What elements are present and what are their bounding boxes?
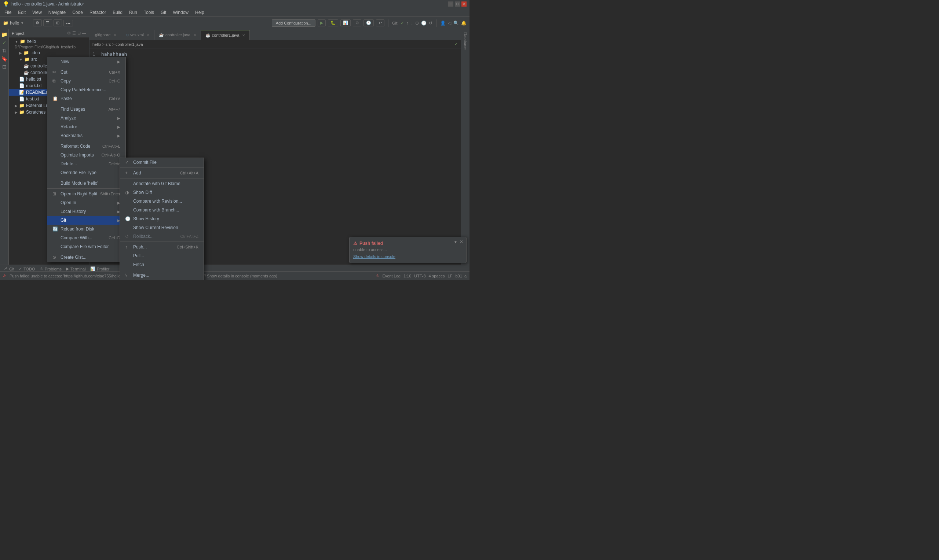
ctx-find-usages[interactable]: Find Usages Alt+F7 bbox=[47, 105, 125, 114]
ctx-paste[interactable]: 📋 Paste Ctrl+V bbox=[47, 94, 125, 103]
layout-button[interactable]: ⊞ bbox=[54, 19, 62, 26]
add-configuration-button[interactable]: Add Configuration... bbox=[272, 19, 315, 27]
indent-indicator[interactable]: 4 spaces bbox=[429, 274, 445, 278]
git-compare-branch[interactable]: Compare with Branch... bbox=[120, 206, 204, 214]
git-pull-icon[interactable]: ↓ bbox=[411, 20, 413, 26]
git-compare-revision[interactable]: Compare with Revision... bbox=[120, 197, 204, 206]
tab-vcs-close[interactable]: ✕ bbox=[147, 33, 150, 37]
tree-item-hello-root[interactable]: ▼ 📁 hello bbox=[9, 38, 89, 45]
user-icon[interactable]: 👤 bbox=[440, 20, 446, 26]
git-pull[interactable]: Pull... bbox=[120, 251, 204, 260]
tab-gitignore[interactable]: .gitignore ✕ bbox=[89, 30, 121, 40]
search-icon[interactable]: 🔍 bbox=[453, 20, 459, 26]
ctx-refactor[interactable]: Refactor ▶ bbox=[47, 122, 125, 131]
menu-build[interactable]: Build bbox=[109, 9, 125, 16]
encoding-indicator[interactable]: UTF-8 bbox=[414, 274, 426, 278]
menu-git[interactable]: Git bbox=[158, 9, 169, 16]
ctx-local-history[interactable]: Local History ▶ bbox=[47, 207, 125, 216]
git-annotate[interactable]: Annotate with Git Blame bbox=[120, 179, 204, 188]
notification-icon[interactable]: 🔔 bbox=[461, 20, 467, 26]
coverage-button[interactable]: 📊 bbox=[341, 19, 351, 26]
history-button[interactable]: 🕐 bbox=[364, 19, 374, 26]
ctx-compare-editor[interactable]: Compare File with Editor bbox=[47, 242, 125, 251]
menu-navigate[interactable]: Navigate bbox=[45, 9, 69, 16]
menu-refactor[interactable]: Refactor bbox=[86, 9, 109, 16]
ctx-bookmarks[interactable]: Bookmarks ▶ bbox=[47, 131, 125, 140]
ctx-compare-with[interactable]: Compare With... Ctrl+D bbox=[47, 234, 125, 242]
menu-code[interactable]: Code bbox=[69, 9, 86, 16]
tab-controller-close[interactable]: ✕ bbox=[193, 33, 196, 37]
git-show-current-revision[interactable]: Show Current Revision bbox=[120, 223, 204, 232]
maximize-button[interactable]: □ bbox=[455, 2, 460, 6]
tab-gitignore-close[interactable]: ✕ bbox=[113, 33, 116, 37]
bottom-tab-problems[interactable]: ⚠ Problems bbox=[40, 266, 62, 271]
settings-button[interactable]: ⚙ bbox=[33, 19, 42, 26]
menu-run[interactable]: Run bbox=[126, 9, 140, 16]
tab-controller1-close[interactable]: ✕ bbox=[242, 33, 245, 37]
ctx-optimize[interactable]: Optimize Imports Ctrl+Alt+O bbox=[47, 151, 125, 159]
undo-button[interactable]: ↩ bbox=[376, 19, 384, 26]
git-commit-file[interactable]: ✓ Commit File bbox=[120, 158, 204, 167]
menu-view[interactable]: View bbox=[29, 9, 45, 16]
git-add[interactable]: + Add Ctrl+Alt+A bbox=[120, 169, 204, 177]
git-fetch[interactable]: Fetch bbox=[120, 260, 204, 269]
panel-gear-icon[interactable]: ⚙ bbox=[67, 31, 71, 35]
panel-collapse-icon[interactable]: — bbox=[82, 31, 86, 35]
ctx-open-in[interactable]: Open In ▶ bbox=[47, 198, 125, 207]
project-view-icon[interactable]: 📁 bbox=[1, 31, 8, 38]
git-rollback[interactable]: ↺ Rollback... Ctrl+Alt+Z bbox=[120, 232, 204, 241]
git-show-history[interactable]: 🕐 Show History bbox=[120, 214, 204, 223]
menu-window[interactable]: Window bbox=[170, 9, 191, 16]
ctx-git[interactable]: Git ▶ bbox=[47, 216, 125, 225]
panel-layout-icon[interactable]: ☰ bbox=[72, 31, 76, 35]
line-ending-indicator[interactable]: LF bbox=[448, 274, 453, 278]
bottom-tab-profiler[interactable]: 📊 Profiler bbox=[90, 266, 109, 271]
profile-button[interactable]: ⊕ bbox=[353, 19, 361, 26]
ctx-override-type[interactable]: Override File Type bbox=[47, 168, 125, 177]
ctx-build-module[interactable]: Build Module 'hello' bbox=[47, 179, 125, 188]
back-icon[interactable]: ◁ bbox=[448, 20, 451, 26]
close-button[interactable]: ✕ bbox=[461, 2, 467, 6]
structure-button[interactable]: ☰ bbox=[43, 19, 52, 26]
menu-help[interactable]: Help bbox=[192, 9, 207, 16]
ctx-reload-from-disk[interactable]: 🔄 Reload from Disk bbox=[47, 225, 125, 234]
bookmarks-icon[interactable]: 🔖 bbox=[1, 55, 8, 62]
pull-requests-icon[interactable]: ⇅ bbox=[1, 47, 8, 54]
git-push-icon[interactable]: ↑ bbox=[406, 20, 409, 26]
menu-tools[interactable]: Tools bbox=[141, 9, 157, 16]
ctx-create-gist[interactable]: ⊙ Create Gist... bbox=[47, 253, 125, 262]
notification-expand-icon[interactable]: ▼ bbox=[454, 239, 457, 245]
tab-vcs-xml[interactable]: ⊙ vcs.xml ✕ bbox=[121, 30, 154, 40]
commit-icon[interactable]: ✓ bbox=[1, 39, 8, 46]
bottom-tab-todo[interactable]: ✓ TODO bbox=[19, 266, 35, 271]
notification-link[interactable]: Show details in console bbox=[353, 254, 395, 259]
title-bar-controls[interactable]: ─ □ ✕ bbox=[448, 2, 467, 6]
bottom-tab-terminal[interactable]: ▶ Terminal bbox=[66, 266, 86, 271]
tab-controller[interactable]: ☕ controller.java ✕ bbox=[154, 30, 201, 40]
ctx-new[interactable]: New ▶ bbox=[47, 57, 125, 66]
config-dots-button[interactable]: ••• bbox=[63, 20, 73, 26]
git-rollback-icon[interactable]: ↺ bbox=[429, 20, 432, 26]
git-history-icon[interactable]: 🕐 bbox=[421, 20, 427, 26]
ctx-delete[interactable]: Delete... Delete bbox=[47, 159, 125, 168]
panel-filter-icon[interactable]: ⊟ bbox=[77, 31, 81, 35]
run-button[interactable]: ▶ bbox=[318, 19, 326, 26]
git-push[interactable]: ↑ Push... Ctrl+Shift+K bbox=[120, 243, 204, 251]
menu-edit[interactable]: Edit bbox=[15, 9, 29, 16]
database-panel-label[interactable]: Database bbox=[462, 29, 469, 52]
debug-button[interactable]: 🐛 bbox=[328, 19, 338, 26]
ctx-cut[interactable]: ✂ Cut Ctrl+X bbox=[47, 68, 125, 77]
project-dropdown-icon[interactable]: ▼ bbox=[20, 21, 24, 25]
ctx-analyze[interactable]: Analyze ▶ bbox=[47, 114, 125, 122]
bottom-tab-git[interactable]: ⎇ Git bbox=[3, 266, 14, 271]
notification-close-button[interactable]: ✕ bbox=[459, 239, 463, 245]
git-fetch-icon[interactable]: ⊙ bbox=[415, 20, 419, 26]
ctx-reformat[interactable]: Reformat Code Ctrl+Alt+L bbox=[47, 142, 125, 151]
ctx-copy[interactable]: ⧉ Copy Ctrl+C bbox=[47, 77, 125, 85]
tree-item-idea[interactable]: ▶ 📁 .idea bbox=[9, 49, 89, 56]
git-show-diff[interactable]: ◑ Show Diff bbox=[120, 188, 204, 197]
git-rebase[interactable]: Rebase... bbox=[120, 280, 204, 280]
menu-file[interactable]: File bbox=[2, 9, 14, 16]
git-merge[interactable]: ⑂ Merge... bbox=[120, 271, 204, 280]
ctx-open-right-split[interactable]: ⊞ Open in Right Split Shift+Enter bbox=[47, 189, 125, 198]
